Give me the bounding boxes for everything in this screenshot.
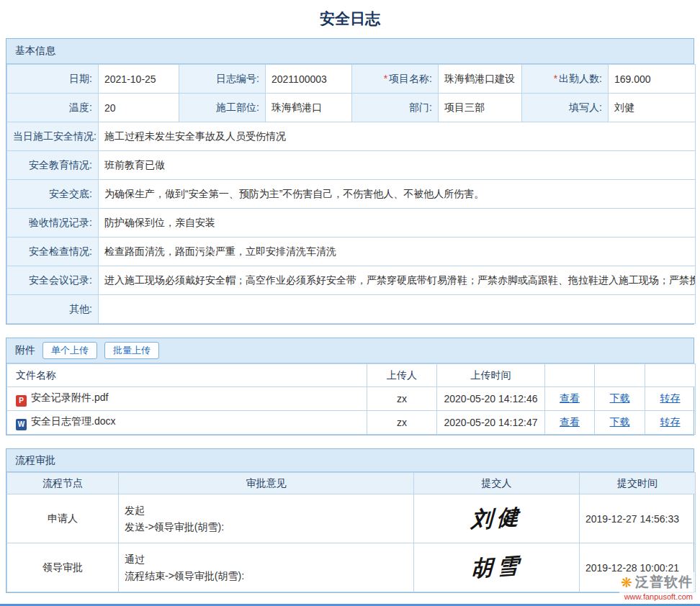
- opinion-cell: 发起 发送->领导审批(胡雪):: [119, 494, 414, 543]
- action-column-header-empty: [545, 364, 595, 387]
- batch-upload-button[interactable]: 批量上传: [104, 342, 159, 359]
- basic-info-text-row: 安全检查情况: 检查路面清洗，路面污染严重，立即安排清洗车清洗: [7, 238, 696, 266]
- basic-info-section: 基本信息 日期: 2021-10-25 日志编号: 2021100003 *项目…: [6, 38, 694, 325]
- upload-time-column-header: 上传时间: [437, 364, 545, 387]
- view-link[interactable]: 查看: [560, 416, 580, 428]
- field-value-log-number: 2021100003: [266, 65, 352, 94]
- opinion-action-text: 通过: [125, 551, 408, 568]
- action-column-header-empty: [645, 364, 696, 387]
- basic-info-text-row: 安全教育情况: 班前教育已做: [7, 151, 696, 180]
- field-value-construction-part: 珠海鹤港口: [266, 94, 352, 122]
- file-name-text: 安全日志管理.docx: [31, 415, 115, 427]
- basic-info-text-row: 安全会议记录: 进入施工现场必须戴好安全帽；高空作业必须系好安全带，严禁穿硬底带…: [7, 266, 696, 295]
- view-link[interactable]: 查看: [560, 392, 580, 404]
- file-name-cell: P安全记录附件.pdf: [7, 387, 367, 411]
- fanpu-logo-icon: ❋: [621, 576, 632, 589]
- submit-time-cell: 2019-12-27 14:56:33: [580, 494, 696, 543]
- transfer-link[interactable]: 转存: [660, 416, 681, 428]
- node-cell: 领导审批: [7, 543, 119, 592]
- field-label-log-number: 日志编号:: [179, 65, 266, 94]
- opinion-column-header: 审批意见: [119, 473, 414, 494]
- approval-section-title: 流程审批: [15, 454, 55, 467]
- field-label-construction-part-text: 施工部位:: [216, 101, 259, 113]
- field-value-daily-safety-status: 施工过程未发生安全事故及人员受伤情况: [99, 122, 696, 151]
- attachments-table: 文件名称 上传人 上传时间 P安全记录附件.pdf zx 2020-05-20 …: [6, 363, 696, 435]
- submitter-signature: 胡雪: [470, 551, 523, 584]
- opinion-route-text: 发送->领导审批(胡雪):: [125, 519, 408, 535]
- fanpu-brand-text: 泛普软件: [635, 573, 693, 592]
- fanpu-url: www.fanpusoft.com: [621, 592, 693, 601]
- attachments-section-title: 附件: [15, 344, 35, 357]
- opinion-action-text: 发起: [125, 502, 408, 519]
- submitter-column-header: 提交人: [414, 473, 580, 494]
- submitter-signature: 刘健: [470, 502, 523, 535]
- field-label-writer: 填写人:: [522, 94, 609, 122]
- node-column-header: 流程节点: [7, 473, 119, 494]
- field-value-attendance: 169.000: [609, 65, 696, 94]
- field-label-other: 其他:: [7, 295, 99, 324]
- field-label-daily-safety-status: 当日施工安全情况:: [7, 122, 99, 151]
- attachments-section-header: 附件 单个上传 批量上传: [6, 338, 694, 363]
- required-asterisk: *: [554, 73, 557, 84]
- field-label-temperature-text: 温度:: [69, 101, 92, 113]
- basic-info-row-1: 日期: 2021-10-25 日志编号: 2021100003 *项目名称: 珠…: [7, 65, 696, 94]
- action-column-header-empty: [595, 364, 645, 387]
- approval-section: 流程审批 流程节点 审批意见 提交人 提交时间 申请人 发起 发送->领导审批(…: [6, 448, 694, 593]
- field-value-writer: 刘健: [609, 94, 696, 122]
- required-asterisk: *: [384, 73, 387, 84]
- field-label-attendance: *出勤人数:: [522, 65, 609, 94]
- download-link[interactable]: 下载: [610, 416, 630, 428]
- field-value-safety-education: 班前教育已做: [99, 151, 696, 180]
- node-cell: 申请人: [7, 494, 119, 543]
- basic-info-text-row: 验收情况记录: 防护确保到位，亲自安装: [7, 209, 696, 238]
- field-value-department: 项目三部: [439, 94, 522, 122]
- uploader-cell: zx: [367, 387, 437, 411]
- field-value-safety-meeting: 进入施工现场必须戴好安全帽；高空作业必须系好安全带，严禁穿硬底带钉易滑鞋；严禁赤…: [99, 266, 696, 295]
- field-label-safety-disclosure: 安全交底:: [7, 180, 99, 209]
- field-value-acceptance-record: 防护确保到位，亲自安装: [99, 209, 696, 238]
- upload-time-cell: 2020-05-20 14:12:47: [437, 411, 545, 435]
- basic-info-text-row: 其他:: [7, 295, 696, 324]
- approval-row: 申请人 发起 发送->领导审批(胡雪): 刘健 2019-12-27 14:56…: [7, 494, 696, 543]
- field-label-writer-text: 填写人:: [569, 101, 602, 113]
- page-title: 安全日志: [0, 0, 700, 38]
- approval-header-row: 流程节点 审批意见 提交人 提交时间: [7, 473, 696, 494]
- approval-section-header: 流程审批: [6, 449, 694, 472]
- field-value-safety-inspection: 检查路面清洗，路面污染严重，立即安排清洗车清洗: [99, 238, 696, 266]
- field-label-attendance-text: 出勤人数:: [559, 73, 602, 84]
- attachments-header-row: 文件名称 上传人 上传时间: [7, 364, 696, 387]
- field-label-log-number-text: 日志编号:: [216, 73, 259, 84]
- signature-cell: 胡雪: [414, 543, 580, 592]
- basic-info-section-title: 基本信息: [15, 45, 55, 58]
- upload-time-cell: 2020-05-20 14:12:46: [437, 387, 545, 411]
- field-value-date: 2021-10-25: [99, 65, 179, 94]
- file-name-cell: W安全日志管理.docx: [7, 411, 367, 435]
- single-upload-button[interactable]: 单个上传: [42, 342, 97, 359]
- field-value-project-name: 珠海鹤港口建设: [439, 65, 522, 94]
- basic-info-text-row: 安全交底: 为确保生产，做到“安全第一、预防为主”不伤害自己，不伤害他人、不被他…: [7, 180, 696, 209]
- transfer-link[interactable]: 转存: [660, 392, 681, 404]
- word-file-icon: W: [16, 419, 27, 430]
- field-label-date-text: 日期:: [69, 73, 92, 84]
- opinion-cell: 通过 流程结束->领导审批(胡雪):: [119, 543, 414, 592]
- file-name-text: 安全记录附件.pdf: [31, 392, 108, 403]
- signature-cell: 刘健: [414, 494, 580, 543]
- field-label-acceptance-record: 验收情况记录:: [7, 209, 99, 238]
- submit-time-column-header: 提交时间: [580, 473, 696, 494]
- approval-table: 流程节点 审批意见 提交人 提交时间 申请人 发起 发送->领导审批(胡雪): …: [6, 472, 696, 592]
- download-link[interactable]: 下载: [610, 392, 630, 404]
- field-label-date: 日期:: [7, 65, 99, 94]
- fanpu-logo: ❋ 泛普软件 www.fanpusoft.com: [619, 572, 694, 602]
- field-value-temperature: 20: [99, 94, 179, 122]
- field-label-department: 部门:: [352, 94, 439, 122]
- field-label-project-name-text: 项目名称:: [389, 73, 432, 84]
- field-value-other: [99, 295, 696, 324]
- attachment-row: P安全记录附件.pdf zx 2020-05-20 14:12:46 查看 下载…: [7, 387, 696, 411]
- basic-info-text-row: 当日施工安全情况: 施工过程未发生安全事故及人员受伤情况: [7, 122, 696, 151]
- field-label-department-text: 部门:: [409, 101, 432, 113]
- attachment-row: W安全日志管理.docx zx 2020-05-20 14:12:47 查看 下…: [7, 411, 696, 435]
- field-label-construction-part: 施工部位:: [179, 94, 266, 122]
- field-label-safety-education: 安全教育情况:: [7, 151, 99, 180]
- file-name-column-header: 文件名称: [7, 364, 367, 387]
- pdf-file-icon: P: [16, 395, 27, 407]
